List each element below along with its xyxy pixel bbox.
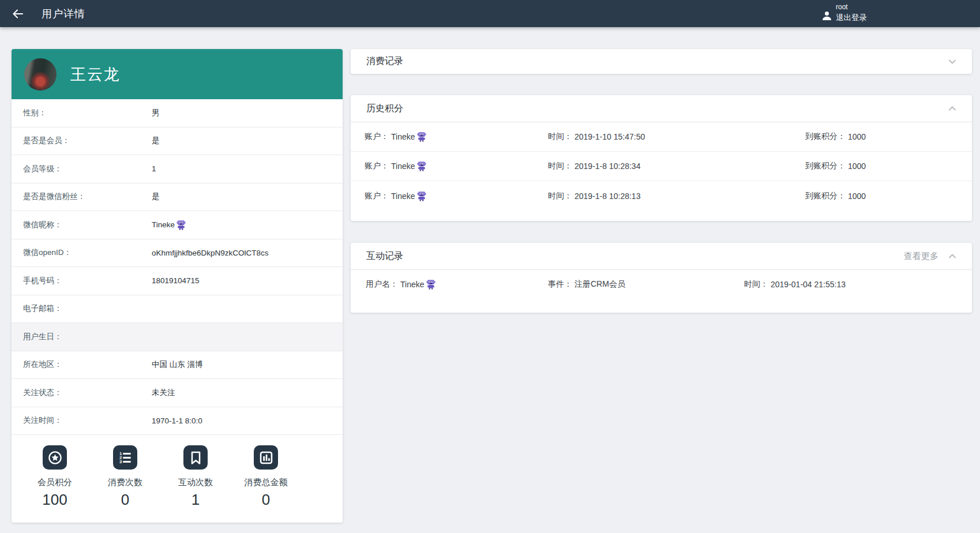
points-label: 到账积分： [805, 132, 846, 142]
stat-label: 消费次数 [108, 477, 142, 488]
time-value: 2019-01-04 21:55:13 [771, 280, 846, 289]
nav-user-block: root 退出登录 [836, 2, 867, 24]
stat-label: 会员积分 [37, 477, 72, 488]
logout-button[interactable]: root 退出登录 [821, 2, 867, 24]
points-history-title: 历史积分 [366, 103, 403, 115]
field-value-text: 男 [152, 108, 160, 118]
purple-monster-emoji-icon [426, 279, 435, 290]
account-label: 账户： [365, 191, 389, 201]
event-label: 事件： [548, 279, 572, 290]
stat-member-points: 会员积分 100 [20, 445, 90, 509]
profile-field-row: 性别：男 [12, 99, 343, 127]
stat-value: 0 [121, 491, 129, 509]
field-label: 微信昵称： [12, 220, 152, 230]
field-value: 未关注 [152, 388, 175, 398]
field-label: 性别： [12, 108, 152, 118]
field-label: 所在地区： [12, 359, 152, 370]
profile-field-row: 手机号码：18019104715 [12, 267, 343, 295]
profile-field-row: 电子邮箱： [12, 295, 343, 324]
account-value-cell: 账户：Tineke [365, 132, 548, 142]
bookmark-icon [183, 445, 208, 470]
purple-monster-emoji-icon [417, 191, 426, 201]
interaction-header-actions: 查看更多 [904, 250, 958, 262]
profile-field-row: 关注状态：未关注 [12, 379, 343, 407]
time-label: 时间： [548, 132, 572, 142]
field-label: 关注状态： [12, 388, 152, 398]
time-value: 2019-1-8 10:28:13 [575, 192, 640, 201]
time-value-cell: 时间：2019-01-04 21:55:13 [744, 279, 972, 290]
username-label: 用户名： [366, 279, 398, 290]
time-value-cell: 时间：2019-1-10 15:47:50 [548, 132, 805, 142]
stars-icon [43, 445, 67, 470]
points-label: 到账积分： [805, 161, 846, 171]
points-history-row: 账户：Tineke时间：2019-1-10 15:47:50到账积分：1000 [351, 122, 972, 152]
time-value: 2019-1-10 15:47:50 [575, 132, 645, 141]
account-value: Tineke [391, 162, 415, 171]
back-button[interactable] [9, 5, 27, 22]
back-arrow-icon [11, 7, 25, 21]
profile-fields-list: 性别：男是否是会员：是会员等级：1是否是微信粉丝：是微信昵称：Tineke微信o… [12, 99, 343, 435]
stat-total-amount: 消费总金额 0 [231, 445, 301, 509]
points-value: 1000 [848, 162, 866, 171]
event-value-cell: 事件：注册CRM会员 [548, 279, 744, 290]
field-value: 男 [152, 108, 160, 118]
points-value: 1000 [848, 192, 866, 201]
stat-label: 消费总金额 [245, 477, 288, 488]
points-value-cell: 到账积分：1000 [805, 132, 972, 142]
points-value-cell: 到账积分：1000 [805, 161, 972, 171]
field-label: 是否是微信粉丝： [12, 192, 152, 202]
field-value: 18019104715 [152, 276, 200, 285]
points-history-row: 账户：Tineke时间：2019-1-8 10:28:34到账积分：1000 [351, 152, 972, 181]
field-label: 会员等级： [12, 164, 152, 174]
profile-header: 王云龙 [12, 49, 343, 99]
profile-field-row: 会员等级：1 [12, 155, 343, 183]
purple-monster-emoji-icon [177, 220, 186, 230]
profile-field-row: 用户生日： [12, 323, 343, 351]
interaction-rows: 用户名：Tineke事件：注册CRM会员时间：2019-01-04 21:55:… [351, 270, 972, 313]
purple-monster-emoji-icon [417, 132, 426, 142]
field-label: 电子邮箱： [12, 303, 152, 314]
field-value: 是 [152, 136, 160, 146]
profile-field-row: 是否是会员：是 [12, 127, 343, 156]
field-value-text: 是 [152, 136, 160, 146]
username-value: Tineke [400, 280, 425, 289]
profile-field-row: 微信openID：oKhmfjjhkfbe6DkpN9zkCOlCT8cs [12, 239, 343, 268]
interaction-record-row: 用户名：Tineke事件：注册CRM会员时间：2019-01-04 21:55:… [351, 270, 972, 299]
account-value: Tineke [391, 192, 415, 201]
points-label: 到账积分： [805, 191, 846, 201]
field-value-text: 未关注 [152, 388, 175, 398]
field-value-text: Tineke [152, 220, 175, 229]
chevron-down-icon[interactable] [947, 56, 958, 67]
page-title: 用户详情 [42, 7, 85, 21]
field-value-text: 1 [152, 164, 156, 173]
stat-value: 1 [192, 491, 200, 509]
profile-field-row: 微信昵称：Tineke [12, 211, 343, 239]
field-label: 是否是会员： [12, 136, 152, 146]
profile-field-row: 关注时间：1970-1-1 8:0:0 [12, 407, 343, 436]
field-label: 手机号码： [12, 276, 152, 286]
time-value: 2019-1-8 10:28:34 [575, 162, 640, 171]
account-value: Tineke [391, 132, 415, 141]
field-value-text: 是 [152, 192, 160, 202]
user-icon [821, 10, 833, 22]
field-label: 关注时间： [12, 415, 152, 426]
main-content: 王云龙 性别：男是否是会员：是会员等级：1是否是微信粉丝：是微信昵称：Tinek… [0, 27, 980, 523]
points-history-row: 账户：Tineke时间：2019-1-8 10:28:13到账积分：1000 [351, 181, 972, 211]
account-label: 账户： [365, 132, 389, 142]
purple-monster-emoji-icon [417, 161, 426, 171]
user-profile-card: 王云龙 性别：男是否是会员：是会员等级：1是否是微信粉丝：是微信昵称：Tinek… [12, 49, 343, 523]
chevron-up-icon[interactable] [947, 250, 958, 262]
interaction-records-title: 互动记录 [366, 250, 403, 262]
records-column: 消费记录 历史积分 账户：Tineke时间：2019-1-10 15:47:50… [351, 49, 972, 313]
stats-row: 会员积分 100 1 2 3 消费 [12, 435, 343, 523]
interaction-records-header: 互动记录 查看更多 [351, 243, 972, 270]
svg-text:3: 3 [119, 459, 122, 464]
stat-value: 0 [262, 491, 270, 509]
chevron-up-icon[interactable] [947, 103, 958, 114]
account-value-cell: 账户：Tineke [365, 161, 548, 171]
field-value-text: 中国 山东 淄博 [152, 359, 203, 370]
time-label: 时间： [744, 279, 768, 290]
points-history-header[interactable]: 历史积分 [351, 95, 972, 122]
view-more-link[interactable]: 查看更多 [904, 251, 938, 262]
consumption-records-card[interactable]: 消费记录 [351, 49, 972, 74]
